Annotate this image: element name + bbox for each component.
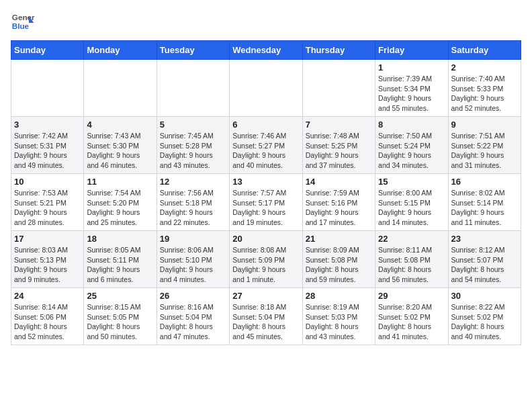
day-info: Sunrise: 8:15 AM Sunset: 5:05 PM Dayligh…	[87, 302, 153, 342]
day-number: 29	[378, 291, 445, 301]
calendar-cell: 25Sunrise: 8:15 AM Sunset: 5:05 PM Dayli…	[84, 288, 157, 345]
calendar-cell	[157, 60, 229, 117]
day-number: 23	[451, 234, 518, 244]
day-info: Sunrise: 8:09 AM Sunset: 5:08 PM Dayligh…	[306, 245, 372, 285]
day-info: Sunrise: 7:54 AM Sunset: 5:20 PM Dayligh…	[87, 188, 153, 228]
svg-text:Blue: Blue	[12, 21, 30, 30]
calendar-cell: 19Sunrise: 8:06 AM Sunset: 5:10 PM Dayli…	[157, 231, 229, 288]
calendar-cell: 28Sunrise: 8:19 AM Sunset: 5:03 PM Dayli…	[302, 288, 375, 345]
day-number: 1	[378, 62, 445, 73]
day-info: Sunrise: 7:42 AM Sunset: 5:31 PM Dayligh…	[14, 131, 81, 171]
day-info: Sunrise: 7:39 AM Sunset: 5:34 PM Dayligh…	[378, 74, 445, 113]
day-info: Sunrise: 8:06 AM Sunset: 5:10 PM Dayligh…	[160, 245, 226, 285]
day-number: 9	[451, 120, 518, 130]
weekday-header: Friday	[375, 41, 448, 60]
calendar-body: 1Sunrise: 7:39 AM Sunset: 5:34 PM Daylig…	[11, 60, 521, 345]
day-number: 4	[87, 120, 153, 130]
logo-icon: General Blue	[11, 11, 35, 35]
calendar-week-row: 3Sunrise: 7:42 AM Sunset: 5:31 PM Daylig…	[11, 117, 521, 174]
day-info: Sunrise: 7:45 AM Sunset: 5:28 PM Dayligh…	[160, 131, 226, 171]
weekday-header: Monday	[84, 41, 157, 60]
weekday-header: Tuesday	[157, 41, 229, 60]
calendar-week-row: 10Sunrise: 7:53 AM Sunset: 5:21 PM Dayli…	[11, 174, 521, 231]
day-info: Sunrise: 8:03 AM Sunset: 5:13 PM Dayligh…	[14, 245, 81, 285]
weekday-row: SundayMondayTuesdayWednesdayThursdayFrid…	[11, 41, 521, 60]
weekday-header: Saturday	[448, 41, 521, 60]
day-info: Sunrise: 8:11 AM Sunset: 5:08 PM Dayligh…	[378, 245, 445, 285]
day-number: 27	[232, 291, 299, 301]
day-info: Sunrise: 8:16 AM Sunset: 5:04 PM Dayligh…	[160, 302, 226, 342]
day-info: Sunrise: 7:43 AM Sunset: 5:30 PM Dayligh…	[87, 131, 153, 171]
page-header: General Blue	[11, 11, 521, 35]
calendar-cell: 15Sunrise: 8:00 AM Sunset: 5:15 PM Dayli…	[375, 174, 448, 231]
day-number: 22	[378, 234, 445, 244]
logo: General Blue	[11, 11, 35, 35]
day-info: Sunrise: 7:51 AM Sunset: 5:22 PM Dayligh…	[451, 131, 518, 171]
day-number: 26	[160, 291, 226, 301]
calendar-cell: 6Sunrise: 7:46 AM Sunset: 5:27 PM Daylig…	[230, 117, 302, 174]
calendar-cell: 26Sunrise: 8:16 AM Sunset: 5:04 PM Dayli…	[157, 288, 229, 345]
day-number: 28	[306, 291, 372, 301]
day-info: Sunrise: 7:48 AM Sunset: 5:25 PM Dayligh…	[306, 131, 372, 171]
calendar-cell: 13Sunrise: 7:57 AM Sunset: 5:17 PM Dayli…	[230, 174, 302, 231]
calendar-cell: 5Sunrise: 7:45 AM Sunset: 5:28 PM Daylig…	[157, 117, 229, 174]
day-info: Sunrise: 8:00 AM Sunset: 5:15 PM Dayligh…	[378, 188, 445, 228]
day-number: 7	[306, 120, 372, 130]
calendar-cell	[230, 60, 302, 117]
day-number: 5	[160, 120, 226, 130]
day-number: 10	[14, 177, 81, 187]
calendar-week-row: 24Sunrise: 8:14 AM Sunset: 5:06 PM Dayli…	[11, 288, 521, 345]
day-info: Sunrise: 7:50 AM Sunset: 5:24 PM Dayligh…	[378, 131, 445, 171]
day-number: 8	[378, 120, 445, 130]
calendar-cell: 18Sunrise: 8:05 AM Sunset: 5:11 PM Dayli…	[84, 231, 157, 288]
calendar-cell: 9Sunrise: 7:51 AM Sunset: 5:22 PM Daylig…	[448, 117, 521, 174]
calendar-cell: 8Sunrise: 7:50 AM Sunset: 5:24 PM Daylig…	[375, 117, 448, 174]
day-info: Sunrise: 8:05 AM Sunset: 5:11 PM Dayligh…	[87, 245, 153, 285]
calendar-cell: 17Sunrise: 8:03 AM Sunset: 5:13 PM Dayli…	[11, 231, 84, 288]
day-info: Sunrise: 7:40 AM Sunset: 5:33 PM Dayligh…	[451, 74, 518, 113]
calendar-cell: 29Sunrise: 8:20 AM Sunset: 5:02 PM Dayli…	[375, 288, 448, 345]
calendar-cell: 23Sunrise: 8:12 AM Sunset: 5:07 PM Dayli…	[448, 231, 521, 288]
calendar-cell: 12Sunrise: 7:56 AM Sunset: 5:18 PM Dayli…	[157, 174, 229, 231]
calendar-cell: 27Sunrise: 8:18 AM Sunset: 5:04 PM Dayli…	[230, 288, 302, 345]
day-number: 16	[451, 177, 518, 187]
calendar-week-row: 17Sunrise: 8:03 AM Sunset: 5:13 PM Dayli…	[11, 231, 521, 288]
day-number: 25	[87, 291, 153, 301]
day-info: Sunrise: 7:53 AM Sunset: 5:21 PM Dayligh…	[14, 188, 81, 228]
day-info: Sunrise: 8:08 AM Sunset: 5:09 PM Dayligh…	[232, 245, 299, 285]
day-info: Sunrise: 7:57 AM Sunset: 5:17 PM Dayligh…	[232, 188, 299, 228]
calendar-cell: 4Sunrise: 7:43 AM Sunset: 5:30 PM Daylig…	[84, 117, 157, 174]
calendar-cell: 2Sunrise: 7:40 AM Sunset: 5:33 PM Daylig…	[448, 60, 521, 117]
day-number: 15	[378, 177, 445, 187]
day-number: 21	[306, 234, 372, 244]
day-number: 30	[451, 291, 518, 301]
calendar-week-row: 1Sunrise: 7:39 AM Sunset: 5:34 PM Daylig…	[11, 60, 521, 117]
calendar-header: SundayMondayTuesdayWednesdayThursdayFrid…	[11, 41, 521, 60]
day-number: 19	[160, 234, 226, 244]
day-number: 18	[87, 234, 153, 244]
day-number: 14	[306, 177, 372, 187]
calendar-cell: 14Sunrise: 7:59 AM Sunset: 5:16 PM Dayli…	[302, 174, 375, 231]
day-info: Sunrise: 8:02 AM Sunset: 5:14 PM Dayligh…	[451, 188, 518, 228]
calendar-cell: 1Sunrise: 7:39 AM Sunset: 5:34 PM Daylig…	[375, 60, 448, 117]
day-info: Sunrise: 8:14 AM Sunset: 5:06 PM Dayligh…	[14, 302, 81, 342]
calendar-cell: 3Sunrise: 7:42 AM Sunset: 5:31 PM Daylig…	[11, 117, 84, 174]
calendar-cell: 10Sunrise: 7:53 AM Sunset: 5:21 PM Dayli…	[11, 174, 84, 231]
weekday-header: Wednesday	[230, 41, 302, 60]
calendar-cell: 20Sunrise: 8:08 AM Sunset: 5:09 PM Dayli…	[230, 231, 302, 288]
day-number: 13	[232, 177, 299, 187]
calendar-cell: 16Sunrise: 8:02 AM Sunset: 5:14 PM Dayli…	[448, 174, 521, 231]
day-number: 6	[232, 120, 299, 130]
calendar-cell	[84, 60, 157, 117]
calendar-cell: 24Sunrise: 8:14 AM Sunset: 5:06 PM Dayli…	[11, 288, 84, 345]
weekday-header: Thursday	[302, 41, 375, 60]
day-info: Sunrise: 8:22 AM Sunset: 5:02 PM Dayligh…	[451, 302, 518, 342]
calendar-table: SundayMondayTuesdayWednesdayThursdayFrid…	[11, 40, 521, 345]
calendar-cell: 7Sunrise: 7:48 AM Sunset: 5:25 PM Daylig…	[302, 117, 375, 174]
day-info: Sunrise: 8:20 AM Sunset: 5:02 PM Dayligh…	[378, 302, 445, 342]
day-number: 2	[451, 62, 518, 73]
day-number: 24	[14, 291, 81, 301]
day-number: 17	[14, 234, 81, 244]
calendar-cell: 11Sunrise: 7:54 AM Sunset: 5:20 PM Dayli…	[84, 174, 157, 231]
day-info: Sunrise: 7:46 AM Sunset: 5:27 PM Dayligh…	[232, 131, 299, 171]
